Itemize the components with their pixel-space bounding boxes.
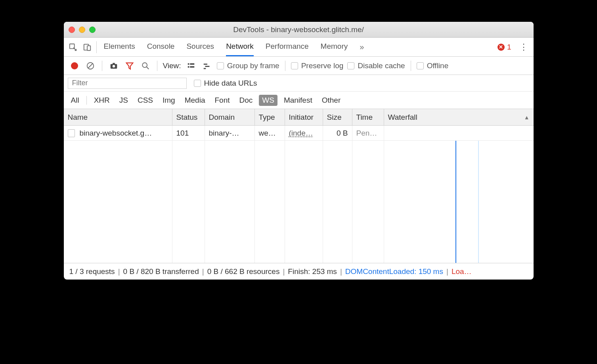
filter-img[interactable]: Img — [159, 95, 178, 106]
filter-all[interactable]: All — [68, 95, 82, 106]
panel-tabs: Elements Console Sources Network Perform… — [64, 38, 534, 57]
svg-rect-13 — [190, 66, 194, 67]
summary-resources: 0 B / 662 B resources — [207, 267, 280, 276]
funnel-icon — [125, 61, 134, 70]
group-by-frame-option[interactable]: Group by frame — [217, 61, 279, 70]
filter-input[interactable] — [68, 78, 187, 89]
filter-other[interactable]: Other — [319, 95, 344, 106]
svg-rect-14 — [203, 63, 207, 65]
filter-js[interactable]: JS — [116, 95, 131, 106]
col-type[interactable]: Type — [255, 109, 285, 125]
svg-point-6 — [112, 65, 115, 67]
error-indicator[interactable]: ✕ 1 — [498, 43, 511, 52]
col-name[interactable]: Name — [64, 109, 172, 125]
resource-type-filters: All XHR JS CSS Img Media Font Doc WS Man… — [64, 92, 534, 109]
svg-rect-11 — [190, 63, 194, 65]
filter-doc[interactable]: Doc — [236, 95, 256, 106]
tab-memory[interactable]: Memory — [321, 38, 348, 56]
table-header: Name Status Domain Type Initiator Size T… — [64, 109, 534, 126]
filter-ws[interactable]: WS — [259, 95, 277, 106]
svg-line-9 — [146, 67, 149, 69]
device-toolbar-icon[interactable] — [81, 41, 93, 53]
preserve-log-option[interactable]: Preserve log — [291, 61, 344, 70]
svg-point-8 — [142, 63, 147, 67]
clear-button[interactable] — [84, 60, 96, 72]
filter-css[interactable]: CSS — [134, 95, 156, 106]
separator — [86, 96, 87, 105]
initiator-link[interactable]: (inde… — [289, 129, 313, 138]
tab-network[interactable]: Network — [226, 38, 254, 56]
filter-font[interactable]: Font — [211, 95, 233, 106]
record-icon — [71, 62, 78, 69]
waterfall-marker-dcl — [455, 126, 456, 263]
network-toolbar: View: Group by frame Preserve log Disabl… — [64, 57, 534, 75]
filter-manifest[interactable]: Manifest — [281, 95, 316, 106]
tab-performance[interactable]: Performance — [266, 38, 309, 56]
svg-rect-16 — [203, 68, 206, 69]
window-title: DevTools - binary-websocket.glitch.me/ — [64, 25, 534, 34]
settings-menu-icon[interactable]: ⋮ — [515, 42, 532, 52]
col-time[interactable]: Time — [352, 109, 384, 125]
tab-console[interactable]: Console — [147, 38, 175, 56]
summary-load: Loa… — [452, 267, 472, 276]
col-domain[interactable]: Domain — [205, 109, 255, 125]
waterfall-track — [384, 126, 534, 263]
table-body: binary-websocket.g… 101 binary-… we… (in… — [64, 126, 534, 263]
column-guides — [64, 126, 534, 263]
devtools-window: DevTools - binary-websocket.glitch.me/ E… — [64, 22, 534, 280]
requests-table: Name Status Domain Type Initiator Size T… — [64, 109, 534, 263]
filter-media[interactable]: Media — [182, 95, 209, 106]
separator — [285, 61, 285, 71]
inspect-element-icon[interactable] — [67, 41, 79, 53]
overview-button[interactable] — [201, 60, 213, 72]
error-count: 1 — [507, 43, 511, 52]
search-button[interactable] — [140, 60, 151, 72]
disable-cache-label: Disable cache — [358, 61, 405, 70]
large-rows-button[interactable] — [185, 60, 197, 72]
titlebar: DevTools - binary-websocket.glitch.me/ — [64, 22, 534, 38]
view-label: View: — [163, 61, 181, 70]
disable-cache-option[interactable]: Disable cache — [347, 61, 405, 70]
svg-line-4 — [88, 63, 92, 68]
group-by-frame-label: Group by frame — [227, 61, 279, 70]
filter-button[interactable] — [124, 60, 136, 72]
summary-requests: 1 / 3 requests — [69, 267, 115, 276]
col-initiator[interactable]: Initiator — [285, 109, 323, 125]
cell-domain: binary-… — [205, 126, 255, 140]
separator — [157, 61, 157, 71]
col-status[interactable]: Status — [172, 109, 205, 125]
offline-label: Offline — [427, 61, 449, 70]
svg-rect-2 — [87, 46, 90, 50]
summary-domcontentloaded: DOMContentLoaded: 150 ms — [345, 267, 443, 276]
svg-rect-7 — [113, 63, 115, 64]
timeline-icon — [203, 61, 211, 70]
tab-elements[interactable]: Elements — [104, 38, 135, 56]
hide-data-urls-label: Hide data URLs — [204, 79, 257, 88]
hide-data-urls-option[interactable]: Hide data URLs — [194, 79, 257, 88]
waterfall-marker-load — [478, 126, 479, 263]
cell-type: we… — [255, 126, 285, 140]
svg-rect-15 — [205, 66, 209, 67]
table-row[interactable]: binary-websocket.g… 101 binary-… we… (in… — [64, 126, 534, 141]
col-waterfall[interactable]: Waterfall▲ — [384, 109, 534, 125]
cell-waterfall — [384, 126, 534, 140]
cell-time: Pen… — [352, 126, 384, 140]
record-button[interactable] — [69, 60, 80, 72]
summary-transferred: 0 B / 820 B transferred — [123, 267, 199, 276]
filter-xhr[interactable]: XHR — [91, 95, 113, 106]
tab-sources[interactable]: Sources — [186, 38, 214, 56]
cell-status: 101 — [172, 126, 205, 140]
cell-size: 0 B — [323, 126, 352, 140]
capture-screenshots-button[interactable] — [108, 60, 120, 72]
svg-rect-12 — [188, 66, 189, 67]
col-size[interactable]: Size — [323, 109, 352, 125]
checkbox-icon — [194, 80, 201, 87]
filter-bar: Hide data URLs — [64, 75, 534, 92]
summary-finish: Finish: 253 ms — [288, 267, 337, 276]
search-icon — [141, 61, 150, 70]
more-tabs-icon[interactable]: » — [360, 42, 364, 52]
summary-bar: 1 / 3 requests | 0 B / 820 B transferred… — [64, 263, 534, 280]
cell-name: binary-websocket.g… — [64, 126, 172, 140]
checkbox-icon — [217, 62, 224, 69]
offline-option[interactable]: Offline — [417, 61, 449, 70]
